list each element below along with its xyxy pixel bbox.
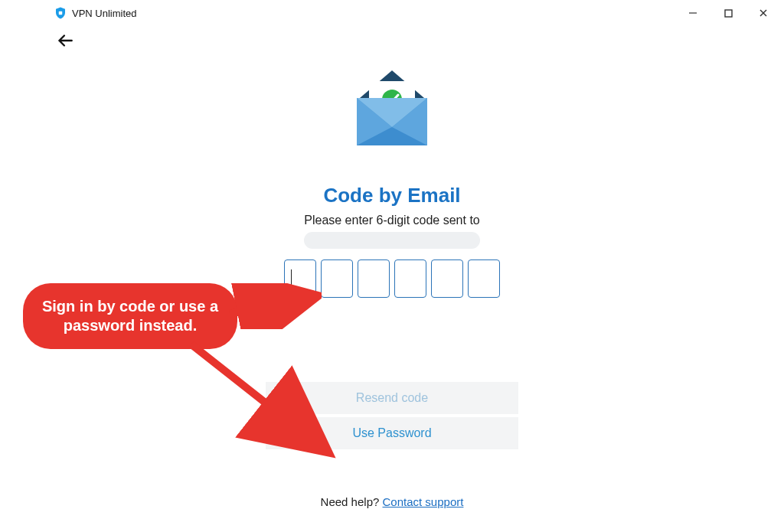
email-address-redacted (304, 232, 480, 249)
svg-rect-0 (59, 11, 63, 15)
code-digit-3[interactable] (358, 259, 390, 298)
code-input-row (284, 259, 500, 298)
instruction-text: Please enter 6-digit code sent to (304, 214, 479, 227)
code-digit-6[interactable] (468, 259, 500, 298)
contact-support-link[interactable]: Contact support (383, 495, 464, 508)
maximize-button[interactable] (720, 5, 737, 21)
back-button[interactable] (55, 31, 77, 52)
code-digit-2[interactable] (321, 259, 353, 298)
window-controls (684, 5, 778, 21)
minimize-button[interactable] (684, 5, 701, 21)
page-heading: Code by Email (323, 184, 460, 207)
footer-help: Need help? Contact support (321, 495, 464, 508)
help-label: Need help? (321, 495, 383, 508)
close-button[interactable] (755, 5, 772, 21)
code-digit-4[interactable] (394, 259, 426, 298)
use-password-button[interactable]: Use Password (266, 417, 518, 449)
svg-rect-2 (725, 10, 732, 17)
app-shield-icon (54, 6, 67, 20)
code-digit-1[interactable] (284, 259, 316, 298)
code-digit-5[interactable] (431, 259, 463, 298)
envelope-icon (346, 61, 438, 153)
annotation-callout: Sign in by code or use a password instea… (23, 283, 237, 349)
window-title: VPN Unlimited (72, 8, 137, 19)
main-content: Code by Email Please enter 6-digit code … (247, 61, 537, 508)
title-bar: VPN Unlimited (0, 0, 784, 26)
resend-code-button[interactable]: Resend code (266, 382, 518, 414)
